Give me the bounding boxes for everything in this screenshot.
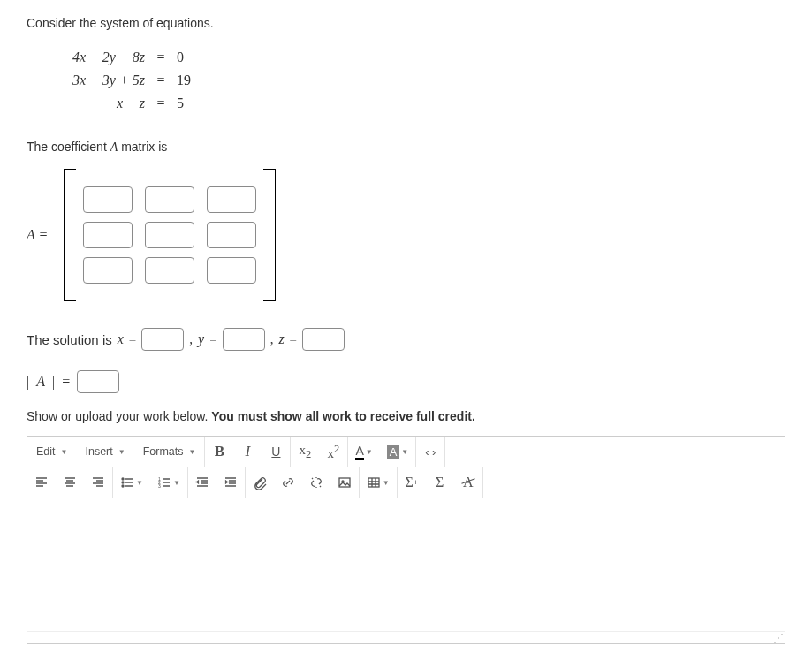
bold-button[interactable]: B — [205, 437, 233, 467]
svg-point-0 — [122, 478, 124, 480]
comma: , — [270, 332, 274, 347]
editor-resize-handle[interactable]: ⋰ — [27, 631, 785, 643]
underline-button[interactable]: U — [262, 437, 290, 467]
align-center-icon — [63, 475, 77, 490]
det-var: A — [36, 374, 45, 390]
equals-sign: = — [145, 72, 177, 88]
equation-row: − 4x − 2y − 8z = 0 — [39, 46, 785, 69]
caret-down-icon: ▼ — [189, 448, 196, 456]
unlink-icon — [309, 475, 323, 490]
determinant-row: |A| = — [27, 370, 785, 393]
matrix-cell-1-1[interactable] — [83, 186, 133, 213]
rich-text-editor: Edit▼ Insert▼ Formats▼ B I U x2 x2 A▼ A▼… — [27, 436, 785, 644]
editor-content-area[interactable] — [27, 498, 785, 631]
editor-toolbar: Edit▼ Insert▼ Formats▼ B I U x2 x2 A▼ A▼… — [27, 437, 785, 498]
solution-z-input[interactable] — [302, 328, 345, 351]
matrix-cell-2-3[interactable] — [207, 222, 256, 248]
solution-label: The solution is — [27, 332, 112, 347]
caret-down-icon: ▼ — [383, 479, 390, 487]
equation-lhs: 3x − 3y + 5z — [39, 72, 145, 88]
equals-sign: = — [145, 95, 177, 111]
paperclip-icon — [253, 475, 267, 490]
indent-button[interactable] — [216, 467, 245, 498]
matrix-variable: A — [110, 141, 118, 154]
bracket-left-icon — [64, 169, 76, 301]
text: matrix is — [118, 140, 167, 154]
var-y: y — [198, 331, 204, 347]
solution-row: The solution is x = , y = , z = — [27, 328, 785, 351]
grip-icon: ⋰ — [773, 634, 782, 642]
matrix-cell-3-3[interactable] — [207, 257, 256, 284]
solution-y-input[interactable] — [223, 328, 265, 351]
align-center-button[interactable] — [56, 467, 84, 498]
equals: = — [209, 332, 216, 347]
matrix-lhs-label: A = — [27, 227, 48, 243]
abs-bar-open: | — [27, 374, 29, 390]
matrix-cell-1-3[interactable] — [207, 186, 256, 213]
superscript-button[interactable]: x2 — [319, 437, 347, 467]
equation-lhs: − 4x − 2y − 8z — [39, 49, 145, 65]
var-x: x — [118, 331, 124, 347]
formats-menu[interactable]: Formats▼ — [134, 437, 205, 467]
text: The coefficient — [27, 140, 110, 154]
caret-down-icon: ▼ — [61, 448, 68, 456]
unlink-button[interactable] — [302, 467, 330, 498]
align-right-button[interactable] — [84, 467, 112, 498]
bullet-list-icon — [120, 475, 134, 490]
table-button[interactable]: ▼ — [360, 467, 397, 498]
caret-down-icon: ▼ — [118, 448, 125, 456]
solution-x-input[interactable] — [141, 328, 184, 351]
equals: = — [129, 332, 136, 347]
matrix-cell-2-2[interactable] — [145, 222, 194, 248]
equals: = — [62, 374, 70, 390]
attachment-button[interactable] — [246, 467, 274, 498]
image-button[interactable] — [330, 467, 359, 498]
subscript-button[interactable]: x2 — [291, 437, 319, 467]
work-instruction: Show or upload your work below. You must… — [27, 409, 785, 423]
indent-icon — [224, 475, 238, 490]
matrix-cell-3-2[interactable] — [145, 257, 194, 284]
number-list-icon: 123 — [157, 475, 171, 490]
equation-rhs: 0 — [177, 49, 212, 65]
determinant-input[interactable] — [77, 370, 119, 393]
problem-intro: Consider the system of equations. — [27, 16, 785, 30]
equation-lhs: x − z — [39, 95, 145, 111]
equals: = — [290, 332, 297, 347]
svg-rect-8 — [368, 478, 379, 487]
caret-down-icon: ▼ — [173, 479, 180, 487]
equation-strike-button[interactable]: A — [454, 467, 482, 498]
var-z: z — [278, 331, 284, 347]
link-button[interactable] — [274, 467, 302, 498]
text-color-button[interactable]: A▼ — [348, 437, 379, 467]
svg-text:3: 3 — [158, 483, 161, 489]
table-icon — [367, 475, 381, 490]
edit-menu[interactable]: Edit▼ — [27, 437, 76, 467]
insert-menu[interactable]: Insert▼ — [76, 437, 133, 467]
bracket-right-icon — [263, 169, 276, 301]
matrix-cell-1-2[interactable] — [145, 186, 194, 213]
equation-row: x − z = 5 — [39, 92, 785, 115]
background-color-button[interactable]: A▼ — [380, 437, 416, 467]
outdent-button[interactable] — [188, 467, 216, 498]
italic-button[interactable]: I — [233, 437, 262, 467]
equation-insert-button[interactable]: Σ+ — [398, 467, 426, 498]
svg-point-2 — [122, 485, 124, 487]
text-bold: You must show all work to receive full c… — [211, 409, 474, 423]
code-button[interactable]: ‹ › — [416, 437, 444, 467]
equation-button[interactable]: Σ — [426, 467, 454, 498]
matrix-cell-2-1[interactable] — [83, 222, 133, 248]
align-left-button[interactable] — [27, 467, 56, 498]
text: Show or upload your work below. — [27, 409, 211, 423]
outdent-icon — [195, 475, 209, 490]
link-icon — [281, 475, 295, 490]
svg-point-1 — [122, 482, 124, 483]
caret-down-icon: ▼ — [401, 448, 408, 456]
number-list-button[interactable]: 123▼ — [150, 467, 187, 498]
matrix-cell-3-1[interactable] — [83, 257, 133, 284]
matrix-grid — [76, 178, 263, 293]
equation-system: − 4x − 2y − 8z = 0 3x − 3y + 5z = 19 x −… — [39, 46, 785, 115]
equation-rhs: 19 — [177, 72, 212, 88]
comma: , — [189, 332, 193, 347]
bullet-list-button[interactable]: ▼ — [113, 467, 150, 498]
equation-rhs: 5 — [177, 95, 212, 111]
